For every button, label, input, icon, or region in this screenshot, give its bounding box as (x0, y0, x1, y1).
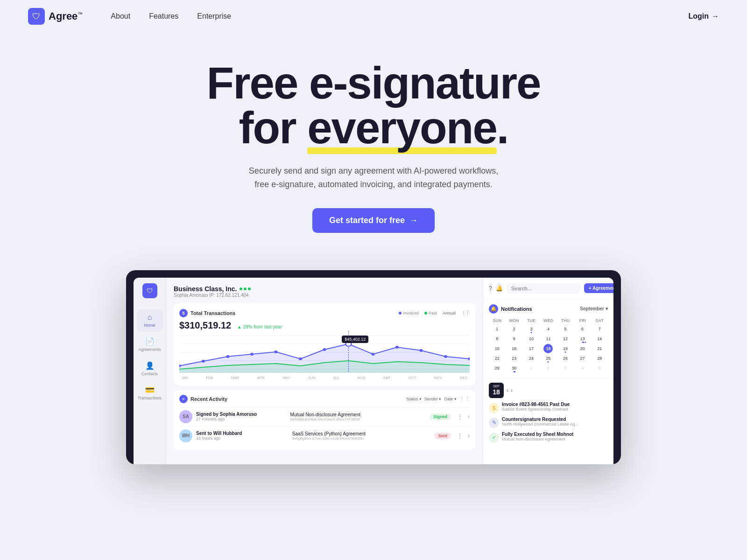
filter-date[interactable]: Date ▾ (444, 396, 457, 402)
row-more-icon[interactable]: ⋮ (457, 432, 463, 440)
chart-change: ▲ 28% from last year (237, 324, 282, 329)
chart-card: $ Total Transactions Invoiced Paid Annua… (174, 303, 475, 385)
db-main-content: Business Class, Inc. Sophia Amoruso IP: … (166, 278, 483, 464)
cal-day[interactable]: 7 (595, 324, 604, 334)
row-more-icon[interactable]: ⋮ (457, 413, 463, 420)
cal-day[interactable]: 17 (527, 344, 536, 353)
home-icon: ⌂ (148, 313, 152, 322)
status-badge: Signed (430, 413, 451, 420)
filter-sender[interactable]: Sender ▾ (424, 396, 442, 402)
db-header: Business Class, Inc. Sophia Amoruso IP: … (174, 285, 475, 298)
cal-day[interactable]: 24 (527, 354, 536, 363)
cal-day[interactable]: 6 (578, 324, 587, 334)
company-name: Business Class, Inc. (174, 285, 237, 293)
cal-day[interactable]: 4 (543, 324, 553, 334)
notif-expand-icon[interactable]: ‹ › (507, 386, 513, 394)
cal-day[interactable]: 2 (543, 364, 553, 373)
hero-subtitle: Securely send and sign any agreement wit… (247, 164, 500, 191)
cal-day[interactable]: 1 (527, 364, 536, 373)
svg-point-10 (299, 357, 302, 360)
activity-card: ≡ Recent Activity Status ▾ Sender ▾ Date… (174, 390, 475, 450)
cal-day[interactable]: 14 (595, 334, 604, 343)
search-input[interactable] (507, 283, 580, 294)
status-badge: Sent (434, 433, 451, 439)
add-agreement-button[interactable]: + Agreement (584, 283, 613, 293)
hero-title: Free e-signature for everyone. (9, 61, 738, 150)
cal-day[interactable]: 1 (493, 324, 502, 334)
chart-amount: $310,519.12 (179, 320, 231, 330)
chart-legend: Invoiced Paid Annual ⋮⋮ (399, 311, 470, 315)
notif-date-block: SEP 18 (489, 383, 504, 398)
cal-day[interactable]: 3 (561, 364, 570, 373)
nav-enterprise[interactable]: Enterprise (197, 12, 231, 21)
row-arrow-icon[interactable]: › (468, 433, 470, 439)
notif-invoice-icon: $ (489, 403, 499, 413)
row-arrow-icon[interactable]: › (468, 413, 470, 420)
filter-status[interactable]: Status ▾ (406, 396, 422, 402)
db-right-topbar: ? 🔔 + Agreement (483, 278, 613, 300)
cta-button[interactable]: Get started for free → (312, 208, 435, 233)
calendar-section: 🔔 Notifications September ▾ SUN MON TUE … (483, 300, 613, 378)
cal-day[interactable]: 26 (561, 354, 570, 363)
chart-tooltip: $45,402.12 (342, 336, 368, 343)
svg-point-14 (395, 346, 399, 349)
notif-item: ✎ Countersignature Requested North Holly… (489, 417, 608, 428)
logo[interactable]: 🛡 Agree™ (28, 8, 83, 25)
db-nav-transactions[interactable]: 💳 Transactions (137, 382, 163, 404)
cal-day[interactable]: 4 (578, 364, 587, 373)
cal-day[interactable]: 12 (561, 334, 570, 343)
chart-area: $45,402.12 (179, 331, 470, 375)
svg-point-7 (226, 355, 229, 358)
nav-features[interactable]: Features (149, 12, 178, 21)
cal-day[interactable]: 30 (509, 364, 519, 373)
cal-day[interactable]: 5 (561, 324, 570, 334)
nav-about[interactable]: About (111, 12, 130, 21)
cal-day[interactable]: 27 (578, 354, 587, 363)
logo-icon: 🛡 (28, 8, 45, 25)
cal-day[interactable]: 10 (527, 334, 536, 343)
cal-day[interactable]: 5 (595, 364, 604, 373)
cal-day[interactable]: 9 (509, 334, 519, 343)
bell-icon[interactable]: 🔔 (496, 282, 503, 294)
db-nav-home[interactable]: ⌂ Home (137, 309, 163, 331)
notifications-title: Notifications (501, 306, 532, 312)
db-nav-contacts[interactable]: 👤 Contacts (137, 357, 163, 380)
cal-day[interactable]: 21 (595, 344, 604, 353)
avatar: WH (179, 429, 192, 442)
activity-title-icon: ≡ (179, 395, 188, 403)
cal-day[interactable]: 2 (509, 324, 519, 334)
svg-point-13 (371, 353, 374, 356)
db-nav-agreements[interactable]: 📄 Agreements (137, 333, 163, 356)
cal-day[interactable]: 13 (578, 334, 587, 343)
cal-day[interactable]: 19 (561, 344, 570, 353)
chart-xaxis: JAN FEB MAR APR MAY JUN JUL AUG SEP OCT … (179, 376, 470, 380)
notifications-list: SEP 18 ‹ › $ Invoice #823-98-4561 Past D… (483, 378, 613, 451)
cal-day[interactable]: 8 (493, 334, 502, 343)
chart-svg (179, 331, 470, 373)
cal-day[interactable]: 20 (578, 344, 587, 353)
help-icon[interactable]: ? (489, 282, 492, 294)
contacts-icon: 👤 (145, 361, 155, 370)
cal-day[interactable]: 16 (509, 344, 519, 353)
cal-day[interactable]: 3 (527, 324, 536, 334)
svg-point-15 (419, 349, 423, 352)
svg-point-11 (323, 348, 326, 351)
hero-line1: Free e-signature (9, 61, 738, 105)
cal-day[interactable]: 28 (595, 354, 604, 363)
notif-counter-icon: ✎ (489, 418, 499, 428)
notif-executed-icon: ✓ (489, 433, 499, 443)
company-sub: Sophia Amoruso IP: 172.62.121.404 (174, 293, 251, 298)
cal-day[interactable]: 11 (543, 334, 553, 343)
cal-day[interactable]: 23 (509, 354, 519, 363)
login-button[interactable]: Login → (688, 12, 719, 21)
cal-day[interactable]: 22 (493, 354, 502, 363)
browser-inner: 🛡 ⌂ Home 📄 Agreements 👤 Contacts 💳 Trans… (134, 278, 613, 464)
svg-point-8 (250, 353, 254, 356)
month-selector[interactable]: September ▾ (580, 306, 608, 311)
cal-day-today[interactable]: 18 (543, 344, 553, 353)
cal-day[interactable]: 25 (543, 354, 553, 363)
filter-grid-icon[interactable]: ⋮⋮ (459, 396, 470, 402)
calendar-grid: SUN MON TUE WED THU FRI SAT 1 2 3 4 5 6 (489, 317, 608, 373)
cal-day[interactable]: 15 (493, 344, 502, 353)
cal-day[interactable]: 29 (493, 364, 502, 373)
